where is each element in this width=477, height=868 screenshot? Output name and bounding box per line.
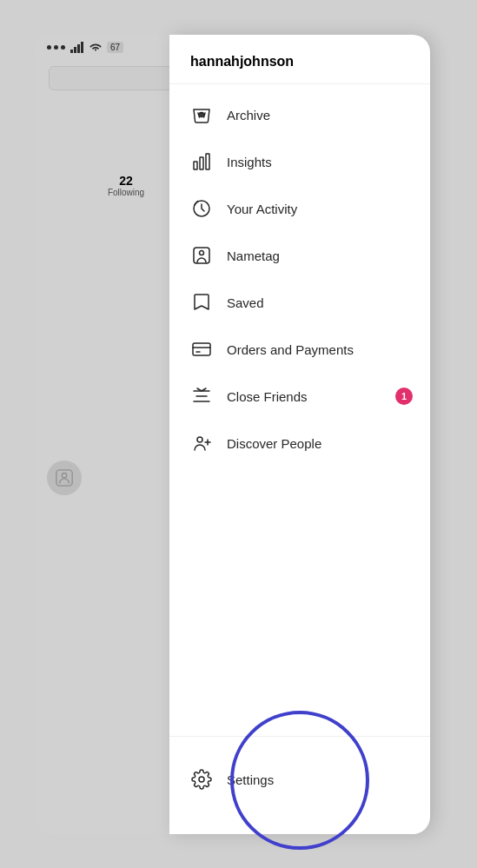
menu-item-close-friends[interactable]: Close Friends 1	[169, 373, 430, 420]
close-friends-icon	[190, 385, 213, 407]
menu-item-discover-people[interactable]: Discover People	[169, 420, 430, 467]
menu-item-settings[interactable]: Settings	[169, 751, 430, 808]
drawer-footer: Settings	[169, 736, 430, 834]
settings-label: Settings	[227, 772, 274, 787]
svg-rect-5	[206, 154, 209, 169]
menu-item-nametag[interactable]: Nametag	[169, 232, 430, 279]
archive-icon	[190, 103, 213, 126]
svg-rect-3	[194, 162, 197, 169]
discover-people-label: Discover People	[227, 436, 321, 451]
svg-point-16	[199, 777, 204, 782]
card-icon	[190, 338, 213, 361]
menu-item-insights[interactable]: Insights	[169, 138, 430, 185]
menu-item-archive[interactable]: Archive	[169, 91, 430, 138]
gear-icon	[190, 768, 213, 791]
insights-label: Insights	[227, 155, 272, 169]
saved-icon	[190, 291, 213, 314]
close-friends-badge: 1	[395, 388, 413, 405]
nametag-icon	[190, 244, 213, 267]
menu-item-saved[interactable]: Saved	[169, 279, 430, 326]
menu-item-your-activity[interactable]: Your Activity	[169, 185, 430, 232]
drawer-menu: Archive Insights Your Acti	[169, 84, 430, 736]
saved-label: Saved	[227, 295, 264, 310]
insights-icon	[190, 150, 213, 173]
archive-label: Archive	[227, 108, 270, 123]
nametag-label: Nametag	[227, 248, 280, 263]
close-friends-label: Close Friends	[227, 389, 308, 404]
svg-point-15	[197, 437, 202, 442]
drawer-username: hannahjohnson	[169, 35, 430, 84]
svg-rect-4	[200, 157, 203, 169]
discover-icon	[190, 432, 213, 454]
activity-icon	[190, 197, 213, 220]
overlay-dim	[35, 35, 169, 834]
side-drawer: hannahjohnson Archive	[169, 35, 430, 834]
orders-payments-label: Orders and Payments	[227, 342, 354, 357]
your-activity-label: Your Activity	[227, 202, 297, 216]
menu-item-orders-payments[interactable]: Orders and Payments	[169, 326, 430, 373]
svg-point-8	[200, 251, 204, 255]
svg-rect-9	[193, 343, 210, 355]
